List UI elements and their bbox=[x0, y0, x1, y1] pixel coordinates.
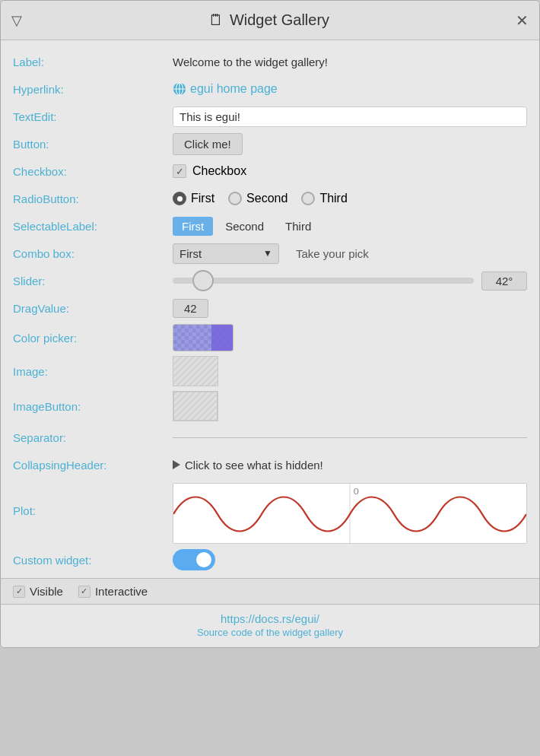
row-selectable: SelectableLabel: First Second Third bbox=[13, 212, 527, 240]
radio-label-third: Third bbox=[319, 192, 347, 205]
row-hyperlink: Hyperlink: egui home page bbox=[13, 75, 527, 103]
hyperlink[interactable]: egui home page bbox=[173, 82, 278, 96]
radio-circle-third bbox=[301, 192, 315, 205]
slider-value: 42° bbox=[481, 272, 527, 291]
textedit-input[interactable] bbox=[173, 106, 527, 127]
selectable-group: First Second Third bbox=[173, 217, 320, 236]
row-combo: Combo box: First ▼ Take your pick bbox=[13, 240, 527, 267]
title-icon: 🗒 bbox=[208, 11, 224, 29]
toggle-switch[interactable] bbox=[173, 549, 215, 570]
click-me-button[interactable]: Click me! bbox=[173, 133, 243, 155]
checkbox-container: ✓ Checkbox bbox=[173, 164, 246, 178]
row-dragvalue-key: DragValue: bbox=[13, 302, 173, 315]
close-button[interactable]: ✕ bbox=[516, 11, 529, 30]
row-dragvalue: DragValue: 42 bbox=[13, 294, 527, 322]
row-selectable-key: SelectableLabel: bbox=[13, 220, 173, 233]
color-picker[interactable] bbox=[173, 324, 233, 351]
selectable-third[interactable]: Third bbox=[276, 217, 320, 236]
slider-container: 42° bbox=[173, 272, 527, 291]
row-imagebutton: ImageButton: bbox=[13, 389, 527, 424]
row-textedit: TextEdit: bbox=[13, 103, 527, 130]
row-imagebutton-key: ImageButton: bbox=[13, 400, 173, 413]
row-combo-key: Combo box: bbox=[13, 247, 173, 260]
row-collapsing: CollapsingHeader: Click to see what is h… bbox=[13, 451, 527, 478]
interactive-label: Interactive bbox=[95, 585, 148, 598]
plot-svg: 0 bbox=[173, 484, 526, 544]
radio-label-second: Second bbox=[246, 192, 287, 205]
radio-second[interactable]: Second bbox=[228, 192, 287, 205]
content-area: Label: Welcome to the widget gallery! Hy… bbox=[1, 40, 539, 578]
row-textedit-key: TextEdit: bbox=[13, 110, 173, 123]
row-custom-key: Custom widget: bbox=[13, 554, 173, 567]
interactive-checkbox[interactable]: ✓ bbox=[78, 586, 91, 598]
row-slider: Slider: 42° bbox=[13, 267, 527, 294]
checkbox[interactable]: ✓ bbox=[173, 164, 186, 178]
row-radio: RadioButton: First Second Third bbox=[13, 185, 527, 212]
row-plot-key: Plot: bbox=[13, 483, 173, 517]
separator bbox=[173, 437, 527, 438]
row-collapsing-key: CollapsingHeader: bbox=[13, 459, 173, 472]
drag-value[interactable]: 42 bbox=[173, 299, 208, 318]
row-separator: Separator: bbox=[13, 424, 527, 451]
row-radio-key: RadioButton: bbox=[13, 192, 173, 205]
visible-checkbox-item[interactable]: ✓ Visible bbox=[13, 585, 63, 598]
toggle-circle bbox=[195, 551, 213, 569]
window-title: 🗒 Widget Gallery bbox=[208, 11, 329, 29]
row-image: Image: bbox=[13, 354, 527, 389]
footer-link[interactable]: https://docs.rs/egui/ bbox=[221, 612, 319, 625]
radio-circle-second bbox=[228, 192, 242, 205]
bottom-checkboxes: ✓ Visible ✓ Interactive bbox=[1, 578, 539, 604]
slider-thumb[interactable] bbox=[192, 270, 214, 291]
radio-label-first: First bbox=[191, 192, 214, 205]
row-checkbox-key: Checkbox: bbox=[13, 165, 173, 178]
selectable-second[interactable]: Second bbox=[216, 217, 273, 236]
row-colorpicker: Color picker: bbox=[13, 322, 527, 354]
combo-value: First bbox=[179, 247, 202, 260]
radio-first[interactable]: First bbox=[173, 192, 214, 205]
selectable-first[interactable]: First bbox=[173, 217, 213, 236]
image bbox=[173, 356, 218, 386]
hyperlink-text: egui home page bbox=[190, 82, 278, 96]
visible-checkbox[interactable]: ✓ bbox=[13, 586, 25, 598]
window: ▽ 🗒 Widget Gallery ✕ Label: Welcome to t… bbox=[0, 0, 540, 648]
checkbox-label: Checkbox bbox=[192, 164, 246, 178]
slider-track[interactable] bbox=[173, 278, 474, 284]
collapsing-text: Click to see what is hidden! bbox=[185, 459, 323, 472]
visible-label: Visible bbox=[30, 585, 63, 598]
combo-arrow-icon: ▼ bbox=[263, 248, 272, 259]
row-slider-key: Slider: bbox=[13, 275, 173, 287]
titlebar: ▽ 🗒 Widget Gallery ✕ bbox=[1, 1, 539, 40]
plot[interactable]: 0 bbox=[173, 483, 527, 544]
row-hyperlink-key: Hyperlink: bbox=[13, 83, 173, 96]
svg-rect-10 bbox=[211, 325, 233, 351]
row-label-value: Welcome to the widget gallery! bbox=[173, 56, 527, 68]
row-label: Label: Welcome to the widget gallery! bbox=[13, 48, 527, 75]
row-button: Button: Click me! bbox=[13, 130, 527, 157]
globe-icon bbox=[173, 82, 186, 96]
svg-text:0: 0 bbox=[354, 487, 359, 497]
collapse-triangle-icon bbox=[173, 460, 180, 469]
row-image-key: Image: bbox=[13, 365, 173, 378]
radio-third[interactable]: Third bbox=[301, 192, 347, 205]
image-button[interactable] bbox=[173, 391, 218, 421]
row-separator-key: Separator: bbox=[13, 431, 173, 444]
radio-circle-first bbox=[173, 192, 186, 205]
menu-icon[interactable]: ▽ bbox=[11, 12, 22, 29]
footer: https://docs.rs/egui/ Source code of the… bbox=[1, 604, 539, 647]
row-label-key: Label: bbox=[13, 56, 173, 68]
row-button-key: Button: bbox=[13, 138, 173, 151]
row-checkbox: Checkbox: ✓ Checkbox bbox=[13, 157, 527, 185]
color-picker-svg bbox=[173, 325, 233, 351]
row-colorpicker-key: Color picker: bbox=[13, 332, 173, 345]
collapsing-header[interactable]: Click to see what is hidden! bbox=[173, 459, 323, 472]
combo-hint: Take your pick bbox=[296, 247, 369, 260]
footer-sub: Source code of the widget gallery bbox=[197, 627, 343, 638]
radio-group: First Second Third bbox=[173, 192, 348, 205]
combo-box[interactable]: First ▼ bbox=[173, 243, 279, 264]
interactive-checkbox-item[interactable]: ✓ Interactive bbox=[78, 585, 148, 598]
row-custom: Custom widget: bbox=[13, 546, 527, 573]
row-plot: Plot: 0 bbox=[13, 478, 527, 546]
